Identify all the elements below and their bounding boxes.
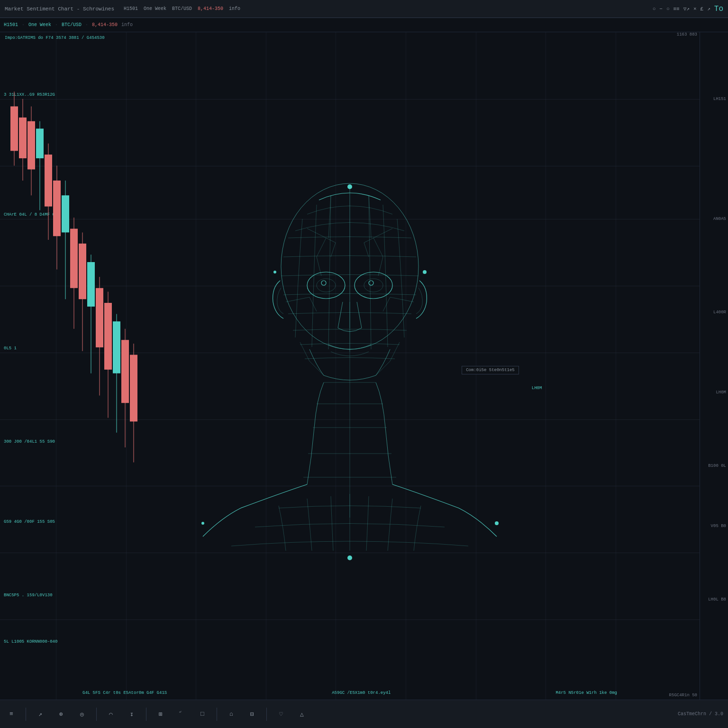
- svg-rect-21: [62, 195, 69, 232]
- toolbar-h1501[interactable]: H1501: [4, 22, 18, 27]
- svg-point-36: [321, 281, 326, 285]
- tool-favorite[interactable]: ♡: [274, 708, 288, 721]
- toolbar-price: 8,414-350: [92, 22, 118, 27]
- grid-v-9: [616, 32, 616, 700]
- to-label: To: [714, 5, 723, 13]
- svg-rect-17: [27, 121, 35, 170]
- time-label-2: A59GC /E5X1m0 t0r4.ey4l: [332, 691, 391, 695]
- window-controls: ○ − ○ ≡≡ ▽↗ × £ ↗ To: [653, 5, 723, 13]
- chart-info-text: Impo:GATRIMS do F74 3574 3881 / G454530: [5, 36, 105, 40]
- chart-info-bar: Impo:GATRIMS do F74 3574 3881 / G454530: [0, 32, 728, 44]
- svg-point-42: [495, 521, 499, 525]
- tool-circle[interactable]: ◎: [75, 708, 89, 721]
- tool-download[interactable]: ↧: [125, 708, 138, 721]
- menu-price: 8,414-350: [198, 6, 223, 11]
- svg-rect-28: [121, 340, 129, 403]
- tool-box[interactable]: □: [196, 708, 209, 721]
- svg-point-40: [423, 270, 427, 274]
- price-label-7: LH0L B8: [708, 597, 726, 602]
- tool-chart[interactable]: ⊟: [246, 708, 259, 721]
- svg-rect-29: [130, 355, 137, 422]
- menu-bar: Market Sentiment Chart - Schrowines H150…: [0, 0, 728, 18]
- tool-arrow[interactable]: ↗: [34, 708, 47, 721]
- price-label-6: V05 B0: [711, 524, 726, 528]
- grid-v-8: [546, 32, 546, 700]
- indicator-label-2: LH0M: [532, 386, 542, 391]
- svg-rect-15: [10, 106, 18, 151]
- svg-rect-26: [104, 303, 112, 370]
- time-label-3: M4r5 N5r01e W1rh 1ke 0mg: [555, 691, 617, 695]
- svg-point-38: [347, 184, 352, 189]
- arrow-icon[interactable]: ↗: [707, 6, 710, 12]
- minimize-icon[interactable]: ○: [653, 6, 656, 12]
- tool-grid[interactable]: ⊞: [154, 708, 167, 721]
- price-label-3: L400R: [713, 310, 726, 315]
- bottom-right-text: R5GC4R1n 50: [669, 693, 697, 698]
- time-label-1: G4L 5FS C4r t0s E5Ator0m G4F G41S: [82, 691, 167, 695]
- tool-text[interactable]: ⌂: [225, 708, 238, 721]
- toolbar: H1501 · One Week · BTC/USD · 8,414-350 i…: [0, 18, 728, 32]
- svg-rect-25: [96, 288, 103, 347]
- svg-point-41: [273, 271, 276, 273]
- svg-point-32: [307, 272, 345, 299]
- menu-timeframe[interactable]: One Week: [144, 6, 166, 11]
- candlestick-chart: [0, 32, 180, 700]
- svg-rect-24: [87, 262, 95, 307]
- svg-point-35: [364, 279, 383, 292]
- menu-pair[interactable]: BTC/USD: [172, 6, 192, 11]
- toolbar-btcusd[interactable]: BTC/USD: [62, 22, 82, 27]
- bottom-info: CasTmeChrn / 3.0: [678, 711, 723, 717]
- tool-curve[interactable]: ⌒: [104, 708, 118, 721]
- price-axis: LH151 AN0A5 L400R LH0M B100 0L V05 B0 LH…: [700, 32, 728, 700]
- bottom-toolbar: ≡ ↗ ⊕ ◎ ⌒ ↧ ⊞ ᷀ □ ⌂ ⊟ ♡ △ CasTmeChrn / 3…: [0, 700, 728, 728]
- bottom-right-label: R5GC4R1n 50: [669, 690, 697, 699]
- wireframe-head: .wf { stroke: #4fd1c5; stroke-width: 0.8…: [184, 162, 516, 570]
- menu-h1501[interactable]: H1501: [124, 6, 138, 11]
- time-labels: G4L 5FS C4r t0s E5Ator0m G4F G41S A59GC …: [0, 687, 700, 699]
- svg-rect-23: [79, 244, 86, 299]
- svg-rect-22: [70, 229, 78, 288]
- price-label-2: AN0A5: [713, 217, 726, 221]
- svg-rect-20: [53, 181, 61, 236]
- window-icon[interactable]: −: [659, 6, 663, 12]
- svg-point-33: [355, 272, 392, 299]
- toolbar-one-week[interactable]: One Week: [28, 22, 51, 27]
- svg-point-43: [201, 522, 204, 525]
- settings-icon[interactable]: ○: [666, 6, 670, 12]
- tool-menu[interactable]: ≡: [5, 708, 18, 721]
- svg-rect-27: [113, 321, 120, 373]
- chart-area: 3 31L1XX..G9 R53R12G CHArE 04L / 8 D4MF …: [0, 32, 700, 700]
- bottom-version: CasTmeChrn / 3.0: [678, 711, 723, 717]
- filter-icon[interactable]: ▽↗: [683, 6, 690, 12]
- price-label-1: LH151: [713, 97, 726, 101]
- close-icon[interactable]: ×: [693, 6, 697, 12]
- svg-rect-18: [36, 128, 44, 158]
- currency-icon[interactable]: £: [701, 6, 704, 12]
- svg-point-39: [347, 555, 352, 560]
- menu-items: H1501 One Week BTC/USD 8,414-350 info: [124, 6, 240, 11]
- svg-point-34: [317, 279, 336, 292]
- svg-rect-16: [19, 118, 27, 158]
- svg-rect-19: [45, 155, 52, 207]
- price-label-4: LH0M: [716, 390, 726, 395]
- tool-measure[interactable]: ᷀: [175, 708, 188, 721]
- price-label-5: B100 0L: [708, 464, 726, 468]
- grid-icon[interactable]: ≡≡: [673, 6, 680, 12]
- toolbar-info: info: [121, 22, 133, 27]
- svg-point-37: [369, 281, 373, 285]
- menu-info[interactable]: info: [229, 6, 240, 11]
- app-title: Market Sentiment Chart - Schrowines: [5, 6, 114, 12]
- tool-alert[interactable]: △: [295, 708, 309, 721]
- tool-cursor[interactable]: ⊕: [55, 708, 68, 721]
